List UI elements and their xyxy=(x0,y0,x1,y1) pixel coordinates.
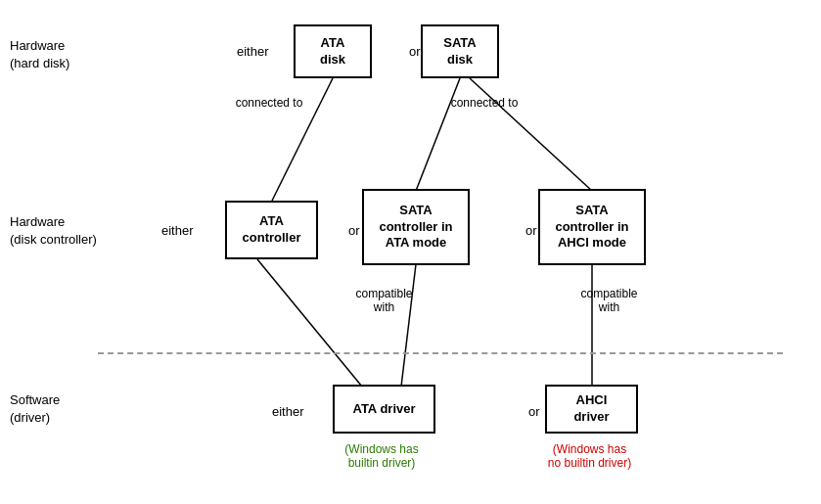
ahci-driver-box: AHCI driver xyxy=(545,385,638,434)
or-ctrl1-label: or xyxy=(348,223,360,238)
sata-controller-ahci-box: SATA controller in AHCI mode xyxy=(538,189,646,265)
or-drv-label: or xyxy=(528,404,540,419)
compatible-with-ahci-label: compatible with xyxy=(572,287,646,314)
either-drv-label: either xyxy=(272,404,304,419)
row-label-hardware-disk: Hardware (hard disk) xyxy=(10,37,69,72)
svg-line-3 xyxy=(257,259,362,387)
compatible-with-ata-label: compatible with xyxy=(347,287,421,314)
dashed-divider xyxy=(98,352,783,354)
diagram: Hardware (hard disk) Hardware (disk cont… xyxy=(0,0,821,504)
row-label-hardware-controller: Hardware (disk controller) xyxy=(10,213,97,249)
ata-controller-box: ATA controller xyxy=(225,201,318,259)
either-disk-label: either xyxy=(237,44,269,59)
or-ctrl2-label: or xyxy=(525,223,537,238)
note-windows-ata: (Windows has builtin driver) xyxy=(328,442,435,470)
ata-driver-box: ATA driver xyxy=(333,385,435,434)
svg-line-4 xyxy=(401,264,416,387)
ata-disk-box: ATA disk xyxy=(294,24,372,78)
note-windows-ahci: (Windows has no builtin driver) xyxy=(533,442,646,470)
row-label-software-driver: Software (driver) xyxy=(10,391,60,427)
connected-to-ata-label: connected to xyxy=(230,96,308,110)
either-ctrl-label: either xyxy=(161,223,194,238)
connected-to-sata-label: connected to xyxy=(445,96,524,110)
sata-controller-ata-box: SATA controller in ATA mode xyxy=(362,189,470,265)
sata-disk-box: SATA disk xyxy=(421,24,499,78)
or-disk-label: or xyxy=(409,44,421,59)
